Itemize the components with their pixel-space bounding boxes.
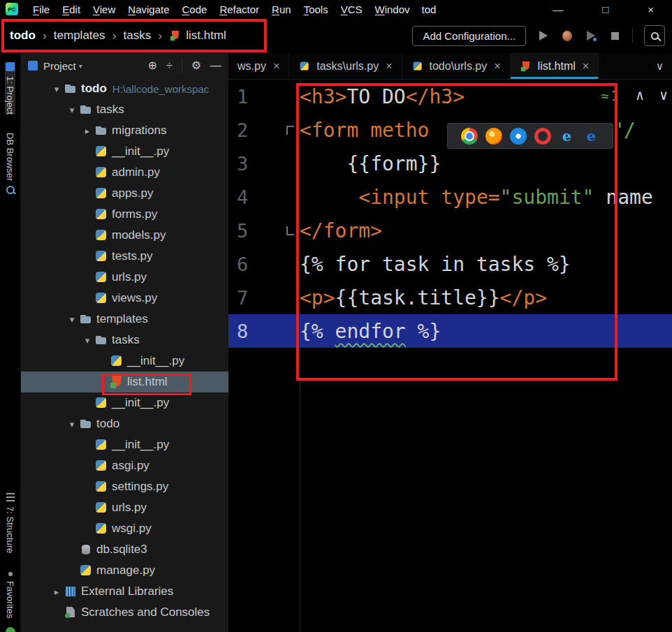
line-number[interactable]: 6	[228, 253, 280, 275]
fold-gutter[interactable]	[280, 226, 300, 235]
tree-item-tasks[interactable]: ▾tasks	[21, 330, 228, 351]
code-line-7[interactable]: 7<p>{{task.title}}</p>	[228, 281, 672, 314]
tree-item-scratches-and-consoles[interactable]: Scratches and Consoles	[21, 602, 228, 623]
tree-item-db-sqlite3[interactable]: db.sqlite3	[21, 539, 228, 560]
settings-icon[interactable]: ⚙	[191, 60, 201, 71]
tree-item-asgi-py[interactable]: asgi.py	[21, 455, 228, 476]
chevron-closed-icon[interactable]: ▸	[49, 587, 64, 597]
edge-browser-icon[interactable]: e	[583, 128, 600, 145]
collapse-all-icon[interactable]: ÷	[166, 60, 173, 71]
fold-marker-icon[interactable]	[286, 226, 294, 235]
menu-navigate[interactable]: Navigate	[122, 3, 175, 15]
close-tab-icon[interactable]: ×	[494, 60, 500, 73]
tree-item-settings-py[interactable]: settings.py	[21, 476, 228, 497]
tool-button-1-project[interactable]: 1: Project	[5, 62, 15, 115]
close-button[interactable]: ×	[648, 3, 654, 15]
tree-item-todo[interactable]: ▾todoH:\allcode_workspac	[21, 78, 228, 99]
tree-item-wsgi-py[interactable]: wsgi.py	[21, 518, 228, 539]
line-number[interactable]: 7	[228, 287, 280, 309]
tree-item-urls-py[interactable]: urls.py	[21, 497, 228, 518]
menu-windov[interactable]: Windov	[369, 3, 416, 15]
breadcrumb-item-list-html[interactable]: list.html	[169, 29, 226, 43]
chevron-open-icon[interactable]: ▾	[64, 419, 80, 429]
maximize-button[interactable]: □	[602, 3, 608, 15]
ie-browser-icon[interactable]: e	[559, 128, 576, 145]
editor-tab-todo-urls-py[interactable]: todo\urls.py×	[402, 53, 511, 79]
tree-item-init-py[interactable]: __init__.py	[21, 392, 228, 413]
tree-item-todo[interactable]: ▾todo	[21, 413, 228, 434]
stop-icon[interactable]	[608, 29, 621, 42]
line-number[interactable]: 3	[228, 153, 280, 175]
close-tab-icon[interactable]: ×	[273, 60, 279, 73]
tree-item-templates[interactable]: ▾templates	[21, 309, 228, 330]
tree-item-init-py[interactable]: __init__.py	[21, 434, 228, 455]
code-line-8[interactable]: 8{% endfor %}	[228, 314, 672, 348]
menu-vcs[interactable]: VCS	[335, 3, 369, 15]
menu-code[interactable]: Code	[176, 3, 214, 15]
chevron-closed-icon[interactable]: ▸	[80, 126, 95, 136]
editor-tab-tasks-urls-py[interactable]: tasks\urls.py×	[289, 53, 402, 79]
chevron-open-icon[interactable]: ▾	[64, 105, 80, 115]
tool-button-favorites[interactable]: Favorites	[5, 572, 15, 618]
menu-file[interactable]: File	[27, 3, 56, 15]
close-tab-icon[interactable]: ×	[583, 60, 589, 73]
hide-icon[interactable]: —	[210, 60, 221, 71]
tab-list-chevron-icon[interactable]: ∨	[648, 60, 672, 73]
line-number[interactable]: 5	[228, 220, 280, 242]
editor-tab-list-html[interactable]: list.html×	[511, 53, 599, 79]
chrome-browser-icon[interactable]	[461, 128, 478, 145]
tree-item-tests-py[interactable]: tests.py	[21, 246, 228, 267]
editor[interactable]: 1<h3>TO DO</h3>2<form methon="/3 {{form}…	[228, 80, 672, 632]
locate-icon[interactable]: ⊕	[147, 60, 156, 71]
tree-item-list-html[interactable]: list.html	[21, 372, 228, 392]
menu-run[interactable]: Run	[265, 3, 298, 15]
tree-item-init-py[interactable]: __init__.py	[21, 141, 228, 162]
tree-item-migrations[interactable]: ▸migrations	[21, 120, 228, 141]
add-configuration-button[interactable]: Add Configuration...	[412, 26, 526, 46]
chevron-up-icon[interactable]: ∧	[636, 87, 644, 103]
tree-item-manage-py[interactable]: manage.py	[21, 560, 228, 581]
code-line-5[interactable]: 5</form>	[228, 214, 672, 247]
tree-item-apps-py[interactable]: apps.py	[21, 183, 228, 204]
run-with-coverage-icon[interactable]	[585, 29, 597, 42]
search-everywhere-button[interactable]	[644, 25, 665, 46]
tool-button-partial-icon[interactable]	[6, 627, 15, 632]
editor-tab-ws-py[interactable]: ws.py×	[228, 53, 289, 79]
run-icon[interactable]	[537, 29, 550, 42]
tree-item-init-py[interactable]: __init__.py	[21, 351, 228, 372]
inspections-widget[interactable]: ≈ 1	[601, 88, 619, 103]
chevron-down-icon[interactable]: ∨	[659, 87, 668, 103]
menu-tools[interactable]: Tools	[298, 3, 335, 15]
line-number[interactable]: 1	[228, 86, 280, 108]
firefox-browser-icon[interactable]	[485, 128, 502, 145]
menu-refactor[interactable]: Refactor	[213, 3, 265, 15]
fold-marker-icon[interactable]	[286, 126, 294, 135]
code-line-6[interactable]: 6{% for task in tasks %}	[228, 247, 672, 281]
safari-browser-icon[interactable]	[510, 128, 527, 145]
breadcrumb-item-todo[interactable]: todo	[10, 29, 36, 43]
chevron-open-icon[interactable]: ▾	[64, 314, 80, 325]
line-number[interactable]: 8	[228, 321, 280, 342]
tree-item-views-py[interactable]: views.py	[21, 288, 228, 309]
breadcrumb-item-templates[interactable]: templates	[54, 29, 105, 43]
code-line-4[interactable]: 4 <input type="submit" name	[228, 180, 672, 214]
chevron-open-icon[interactable]: ▾	[80, 335, 95, 346]
chevron-open-icon[interactable]: ▾	[49, 84, 64, 94]
tree-item-external-libraries[interactable]: ▸External Libraries	[21, 581, 228, 602]
tool-button-db-browser[interactable]: DB Browser	[5, 133, 15, 194]
code-line-3[interactable]: 3 {{form}}	[228, 147, 672, 180]
tree-item-admin-py[interactable]: admin.py	[21, 162, 228, 183]
fold-gutter[interactable]	[280, 126, 300, 135]
menu-view[interactable]: View	[87, 3, 122, 15]
opera-browser-icon[interactable]	[534, 128, 551, 145]
breadcrumb-item-tasks[interactable]: tasks	[124, 29, 152, 43]
tree-item-urls-py[interactable]: urls.py	[21, 267, 228, 288]
tree-item-forms-py[interactable]: forms.py	[21, 204, 228, 225]
debug-icon[interactable]	[561, 29, 574, 42]
tree-item-tasks[interactable]: ▾tasks	[21, 99, 228, 120]
tree-item-models-py[interactable]: models.py	[21, 225, 228, 246]
line-number[interactable]: 4	[228, 186, 280, 208]
tool-button-7-structure[interactable]: 7: Structure	[5, 493, 15, 553]
menu-edit[interactable]: Edit	[56, 3, 87, 15]
project-view-selector[interactable]: Project ▾	[43, 60, 82, 72]
